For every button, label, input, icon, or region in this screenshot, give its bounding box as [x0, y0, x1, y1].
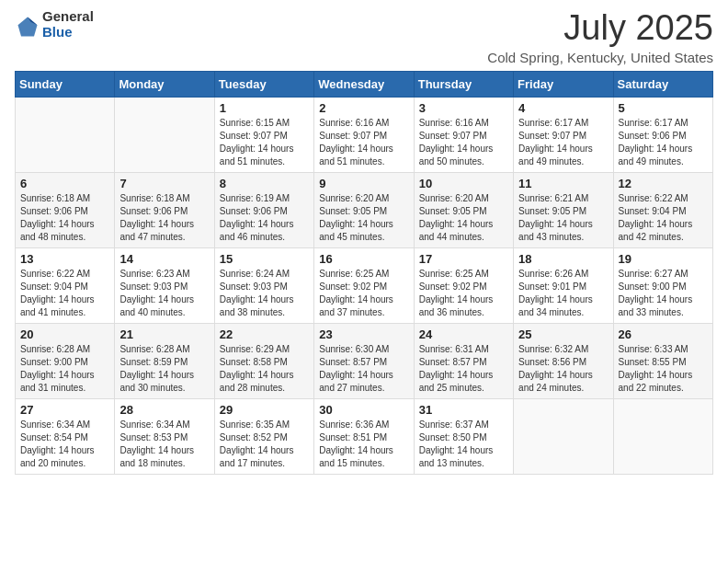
day-cell: 28Sunrise: 6:34 AMSunset: 8:53 PMDayligh… [115, 398, 214, 474]
day-number: 15 [220, 252, 309, 266]
day-info: Sunrise: 6:33 AMSunset: 8:55 PMDaylight:… [619, 343, 708, 395]
day-number: 19 [619, 252, 708, 266]
header-cell-thursday: Thursday [414, 71, 513, 97]
day-info: Sunrise: 6:32 AMSunset: 8:56 PMDaylight:… [518, 343, 608, 395]
logo-icon [15, 14, 40, 40]
day-number: 2 [319, 101, 408, 115]
day-info: Sunrise: 6:34 AMSunset: 8:54 PMDaylight:… [20, 419, 109, 470]
day-number: 26 [619, 327, 708, 341]
day-cell: 6Sunrise: 6:18 AMSunset: 9:06 PMDaylight… [16, 172, 115, 247]
day-number: 22 [220, 327, 309, 341]
subtitle: Cold Spring, Kentucky, United States [487, 50, 713, 65]
day-cell: 2Sunrise: 6:16 AMSunset: 9:07 PMDaylight… [314, 97, 414, 172]
day-cell: 15Sunrise: 6:24 AMSunset: 9:03 PMDayligh… [214, 247, 313, 323]
day-info: Sunrise: 6:20 AMSunset: 9:05 PMDaylight:… [319, 192, 408, 244]
day-info: Sunrise: 6:17 AMSunset: 9:07 PMDaylight:… [518, 117, 608, 168]
day-info: Sunrise: 6:16 AMSunset: 9:07 PMDaylight:… [419, 117, 508, 168]
day-cell: 24Sunrise: 6:31 AMSunset: 8:57 PMDayligh… [414, 323, 513, 398]
day-info: Sunrise: 6:18 AMSunset: 9:06 PMDaylight:… [119, 192, 209, 244]
day-info: Sunrise: 6:28 AMSunset: 9:00 PMDaylight:… [20, 343, 109, 395]
day-cell: 9Sunrise: 6:20 AMSunset: 9:05 PMDaylight… [314, 172, 414, 247]
header-cell-friday: Friday [514, 71, 613, 97]
day-number: 29 [220, 403, 309, 417]
day-number: 18 [518, 252, 608, 266]
header: General Blue July 2025 Cold Spring, Kent… [15, 9, 713, 65]
day-number: 8 [220, 177, 309, 190]
main-title: July 2025 [487, 9, 713, 48]
day-cell: 7Sunrise: 6:18 AMSunset: 9:06 PMDaylight… [115, 172, 214, 247]
day-info: Sunrise: 6:18 AMSunset: 9:06 PMDaylight:… [20, 192, 109, 244]
day-number: 23 [319, 327, 408, 341]
day-cell [514, 398, 613, 474]
week-row-2: 6Sunrise: 6:18 AMSunset: 9:06 PMDaylight… [16, 172, 713, 247]
logo-general-text: General [42, 9, 94, 25]
day-cell: 4Sunrise: 6:17 AMSunset: 9:07 PMDaylight… [514, 97, 613, 172]
day-info: Sunrise: 6:37 AMSunset: 8:50 PMDaylight:… [419, 419, 508, 470]
day-cell: 12Sunrise: 6:22 AMSunset: 9:04 PMDayligh… [613, 172, 712, 247]
day-info: Sunrise: 6:25 AMSunset: 9:02 PMDaylight:… [319, 268, 408, 319]
day-info: Sunrise: 6:36 AMSunset: 8:51 PMDaylight:… [319, 419, 408, 470]
day-info: Sunrise: 6:17 AMSunset: 9:06 PMDaylight:… [619, 117, 708, 168]
header-row: SundayMondayTuesdayWednesdayThursdayFrid… [16, 71, 713, 97]
day-info: Sunrise: 6:22 AMSunset: 9:04 PMDaylight:… [619, 192, 708, 244]
day-cell: 21Sunrise: 6:28 AMSunset: 8:59 PMDayligh… [115, 323, 214, 398]
header-cell-monday: Monday [115, 71, 214, 97]
day-cell [115, 97, 214, 172]
day-cell: 13Sunrise: 6:22 AMSunset: 9:04 PMDayligh… [16, 247, 115, 323]
day-number: 10 [419, 177, 508, 190]
day-cell: 10Sunrise: 6:20 AMSunset: 9:05 PMDayligh… [414, 172, 513, 247]
day-info: Sunrise: 6:23 AMSunset: 9:03 PMDaylight:… [119, 268, 209, 319]
day-cell: 14Sunrise: 6:23 AMSunset: 9:03 PMDayligh… [115, 247, 214, 323]
day-info: Sunrise: 6:31 AMSunset: 8:57 PMDaylight:… [419, 343, 508, 395]
calendar-body: 1Sunrise: 6:15 AMSunset: 9:07 PMDaylight… [16, 97, 713, 474]
week-row-5: 27Sunrise: 6:34 AMSunset: 8:54 PMDayligh… [16, 398, 713, 474]
day-number: 7 [119, 177, 209, 190]
page: General Blue July 2025 Cold Spring, Kent… [0, 0, 728, 563]
header-cell-tuesday: Tuesday [214, 71, 313, 97]
day-number: 11 [518, 177, 608, 190]
day-number: 6 [20, 177, 109, 190]
day-number: 25 [518, 327, 608, 341]
day-cell: 30Sunrise: 6:36 AMSunset: 8:51 PMDayligh… [314, 398, 414, 474]
header-cell-sunday: Sunday [16, 71, 115, 97]
day-cell: 1Sunrise: 6:15 AMSunset: 9:07 PMDaylight… [214, 97, 313, 172]
day-number: 20 [20, 327, 109, 341]
day-number: 3 [419, 101, 508, 115]
day-number: 14 [119, 252, 209, 266]
svg-marker-0 [18, 17, 38, 37]
day-cell: 26Sunrise: 6:33 AMSunset: 8:55 PMDayligh… [613, 323, 712, 398]
day-info: Sunrise: 6:21 AMSunset: 9:05 PMDaylight:… [518, 192, 608, 244]
day-number: 24 [419, 327, 508, 341]
day-cell: 25Sunrise: 6:32 AMSunset: 8:56 PMDayligh… [514, 323, 613, 398]
calendar-table: SundayMondayTuesdayWednesdayThursdayFrid… [15, 71, 713, 475]
day-number: 21 [119, 327, 209, 341]
day-number: 1 [220, 101, 309, 115]
calendar-header: SundayMondayTuesdayWednesdayThursdayFrid… [16, 71, 713, 97]
day-cell [613, 398, 712, 474]
day-info: Sunrise: 6:16 AMSunset: 9:07 PMDaylight:… [319, 117, 408, 168]
day-cell: 3Sunrise: 6:16 AMSunset: 9:07 PMDaylight… [414, 97, 513, 172]
header-cell-saturday: Saturday [613, 71, 712, 97]
day-cell: 31Sunrise: 6:37 AMSunset: 8:50 PMDayligh… [414, 398, 513, 474]
day-cell: 17Sunrise: 6:25 AMSunset: 9:02 PMDayligh… [414, 247, 513, 323]
logo-text: General Blue [42, 9, 94, 40]
day-info: Sunrise: 6:25 AMSunset: 9:02 PMDaylight:… [419, 268, 508, 319]
day-cell: 5Sunrise: 6:17 AMSunset: 9:06 PMDaylight… [613, 97, 712, 172]
day-number: 28 [119, 403, 209, 417]
day-info: Sunrise: 6:29 AMSunset: 8:58 PMDaylight:… [220, 343, 309, 395]
day-cell: 27Sunrise: 6:34 AMSunset: 8:54 PMDayligh… [16, 398, 115, 474]
day-number: 17 [419, 252, 508, 266]
week-row-4: 20Sunrise: 6:28 AMSunset: 9:00 PMDayligh… [16, 323, 713, 398]
day-info: Sunrise: 6:35 AMSunset: 8:52 PMDaylight:… [220, 419, 309, 470]
day-info: Sunrise: 6:27 AMSunset: 9:00 PMDaylight:… [619, 268, 708, 319]
day-info: Sunrise: 6:24 AMSunset: 9:03 PMDaylight:… [220, 268, 309, 319]
day-info: Sunrise: 6:26 AMSunset: 9:01 PMDaylight:… [518, 268, 608, 319]
day-cell [16, 97, 115, 172]
logo: General Blue [15, 9, 94, 40]
day-cell: 19Sunrise: 6:27 AMSunset: 9:00 PMDayligh… [613, 247, 712, 323]
day-info: Sunrise: 6:34 AMSunset: 8:53 PMDaylight:… [119, 419, 209, 470]
day-info: Sunrise: 6:28 AMSunset: 8:59 PMDaylight:… [119, 343, 209, 395]
day-number: 4 [518, 101, 608, 115]
day-number: 12 [619, 177, 708, 190]
day-number: 31 [419, 403, 508, 417]
